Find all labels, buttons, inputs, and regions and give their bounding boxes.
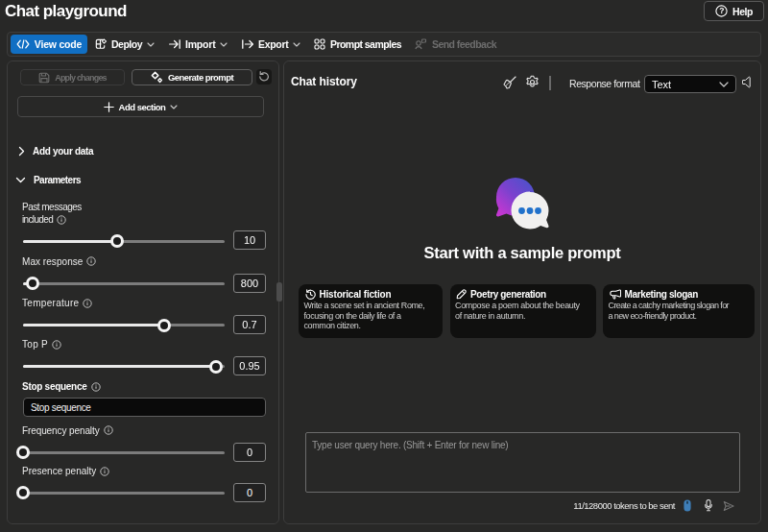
svg-text:?: ? [719, 6, 724, 15]
